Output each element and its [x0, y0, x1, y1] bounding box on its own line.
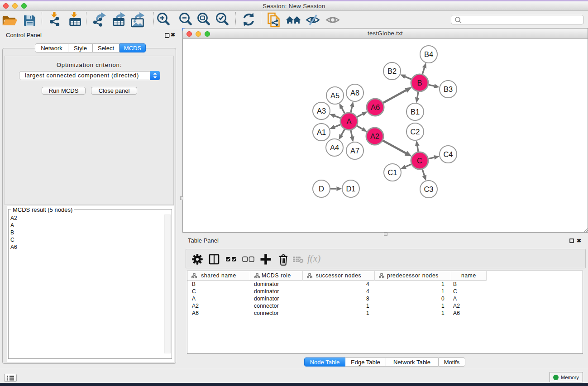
svg-text:B2: B2 — [387, 67, 397, 75]
svg-text:B4: B4 — [424, 50, 433, 58]
svg-text:A1: A1 — [317, 128, 326, 136]
svg-text:A: A — [346, 117, 351, 125]
svg-text:A4: A4 — [330, 143, 339, 152]
svg-text:D1: D1 — [346, 185, 355, 193]
svg-text:C1: C1 — [387, 168, 397, 176]
svg-text:C4: C4 — [443, 150, 453, 158]
svg-text:A7: A7 — [350, 147, 359, 155]
svg-text:B1: B1 — [411, 108, 420, 116]
svg-text:D: D — [319, 185, 324, 193]
svg-text:A2: A2 — [370, 132, 379, 140]
svg-text:A3: A3 — [317, 107, 326, 115]
svg-text:A5: A5 — [330, 91, 339, 100]
svg-text:A8: A8 — [350, 89, 359, 97]
svg-text:C2: C2 — [410, 128, 420, 136]
svg-text:A6: A6 — [371, 103, 380, 111]
svg-text:C3: C3 — [424, 185, 433, 193]
svg-text:B: B — [417, 79, 422, 87]
svg-text:C: C — [417, 157, 422, 165]
svg-text:B3: B3 — [444, 85, 453, 93]
